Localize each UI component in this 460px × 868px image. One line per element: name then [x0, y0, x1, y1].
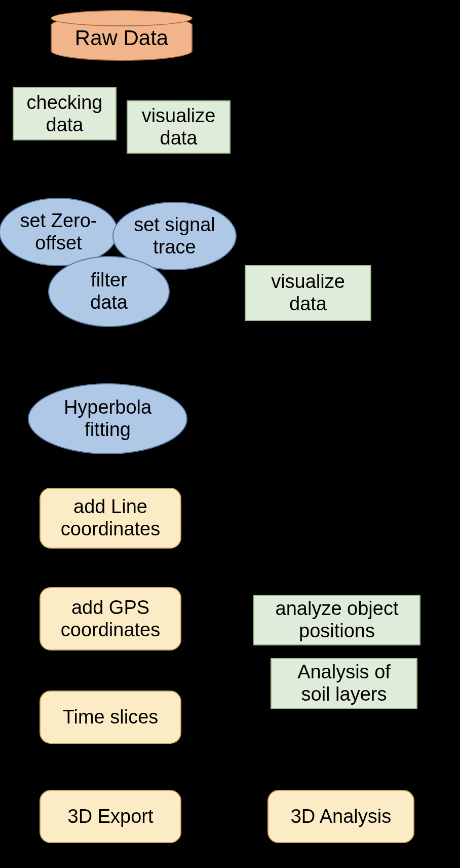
node-add-line-coords: add Line coordinates	[40, 488, 181, 549]
analysis-soil-layers-label: Analysis of soil layers	[297, 661, 391, 705]
node-raw-data: Raw Data	[51, 15, 193, 61]
node-visualize-data-1: visualize data	[127, 100, 231, 154]
node-filter-data: filter data	[48, 256, 170, 327]
node-add-gps-coords: add GPS coordinates	[40, 587, 181, 650]
node-visualize-data-2: visualize data	[245, 265, 371, 321]
time-slices-label: Time slices	[63, 706, 159, 729]
raw-data-label: Raw Data	[75, 26, 168, 50]
node-analysis-soil-layers: Analysis of soil layers	[271, 658, 417, 709]
filter-data-label: filter data	[90, 269, 128, 313]
3d-analysis-label: 3D Analysis	[291, 806, 392, 828]
set-zero-offset-label: set Zero- offset	[20, 210, 97, 254]
node-3d-analysis: 3D Analysis	[267, 790, 414, 843]
analyze-object-positions-label: analyze object positions	[276, 598, 399, 642]
node-time-slices: Time slices	[40, 691, 181, 744]
visualize-data-2-label: visualize data	[271, 271, 345, 315]
hyperbola-fitting-label: Hyperbola fitting	[64, 396, 151, 441]
3d-export-label: 3D Export	[68, 806, 154, 828]
node-3d-export: 3D Export	[40, 790, 181, 843]
set-signal-trace-label: set signal trace	[134, 214, 215, 258]
add-line-coords-label: add Line coordinates	[61, 496, 160, 540]
visualize-data-1-label: visualize data	[142, 105, 216, 149]
svg-line-0	[76, 61, 114, 86]
node-checking-data: checking data	[13, 87, 117, 140]
checking-data-label: checking data	[27, 92, 103, 136]
add-gps-coords-label: add GPS coordinates	[61, 597, 160, 641]
node-hyperbola-fitting: Hyperbola fitting	[28, 383, 187, 454]
node-analyze-object-positions: analyze object positions	[253, 595, 420, 645]
